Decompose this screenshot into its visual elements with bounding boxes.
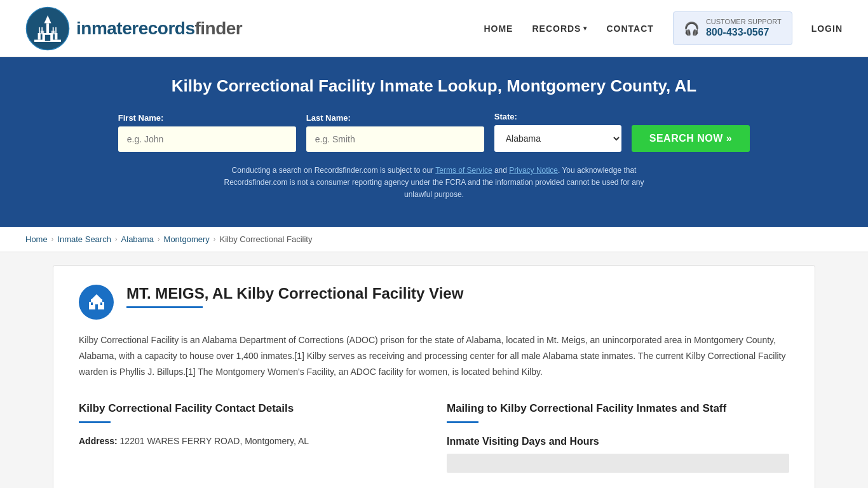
breadcrumb-current: Kilby Correctional Facility: [219, 234, 312, 244]
breadcrumb: Home › Inmate Search › Alabama › Montgom…: [25, 234, 843, 244]
svg-rect-18: [95, 304, 98, 309]
state-select[interactable]: Alabama Alaska Arizona: [494, 125, 621, 152]
site-header: inmaterecordsfinder HOME RECORDS ▾ CONTA…: [0, 0, 868, 57]
terms-link[interactable]: Terms of Service: [435, 166, 492, 175]
svg-rect-4: [46, 23, 49, 32]
support-number: 800-433-0567: [706, 26, 782, 39]
title-underline: [126, 306, 203, 308]
address-row: Address: 12201 WARES FERRY ROAD, Montgom…: [79, 436, 421, 446]
mailing-section: Mailing to Kilby Correctional Facility I…: [447, 402, 789, 473]
facility-building-icon: [88, 293, 105, 311]
nav-login[interactable]: LOGIN: [811, 24, 843, 34]
visiting-content-placeholder: [447, 454, 789, 473]
last-name-input[interactable]: [306, 126, 484, 152]
logo-icon: [25, 6, 70, 51]
mailing-underline: [447, 421, 478, 423]
nav-home[interactable]: HOME: [484, 24, 513, 34]
svg-rect-19: [91, 302, 93, 305]
svg-rect-20: [100, 302, 102, 305]
support-label: CUSTOMER SUPPORT: [706, 17, 782, 26]
breadcrumb-sep-3: ›: [158, 235, 160, 243]
facility-icon-circle: [79, 285, 114, 320]
first-name-label: First Name:: [118, 113, 296, 123]
state-label: State:: [494, 112, 621, 121]
contact-section: Kilby Correctional Facility Contact Deta…: [79, 402, 421, 473]
last-name-label: Last Name:: [306, 113, 484, 123]
svg-rect-6: [55, 33, 57, 40]
breadcrumb-inmate-search[interactable]: Inmate Search: [57, 234, 111, 244]
svg-rect-13: [55, 27, 57, 32]
facility-title: MT. MEIGS, AL Kilby Correctional Facilit…: [126, 285, 463, 302]
breadcrumb-sep-4: ›: [214, 235, 216, 243]
svg-rect-11: [41, 27, 43, 32]
visiting-title: Inmate Visiting Days and Hours: [447, 436, 789, 447]
headset-icon: 🎧: [684, 21, 700, 36]
contact-section-title: Kilby Correctional Facility Contact Deta…: [79, 402, 421, 415]
breadcrumb-sep-2: ›: [115, 235, 118, 243]
chevron-down-icon: ▾: [583, 25, 587, 32]
content-card: MT. MEIGS, AL Kilby Correctional Facilit…: [53, 265, 815, 488]
main-content: MT. MEIGS, AL Kilby Correctional Facilit…: [27, 265, 841, 488]
svg-rect-10: [39, 27, 40, 32]
address-label: Address:: [79, 436, 118, 446]
state-group: State: Alabama Alaska Arizona: [494, 112, 621, 152]
search-button[interactable]: SEARCH NOW »: [632, 125, 750, 152]
disclaimer-text: Conducting a search on Recordsfinder.com…: [212, 165, 656, 201]
hero-banner: Kilby Correctional Facility Inmate Looku…: [0, 57, 868, 227]
breadcrumb-sep-1: ›: [51, 235, 54, 243]
nav-contact[interactable]: CONTACT: [606, 24, 653, 34]
hero-title: Kilby Correctional Facility Inmate Looku…: [25, 76, 843, 96]
svg-rect-5: [38, 33, 41, 40]
nav-records[interactable]: RECORDS ▾: [532, 24, 587, 34]
contact-underline: [79, 421, 111, 423]
breadcrumb-bar: Home › Inmate Search › Alabama › Montgom…: [0, 227, 868, 252]
svg-marker-17: [92, 294, 102, 299]
svg-rect-12: [53, 27, 54, 32]
breadcrumb-montgomery[interactable]: Montgomery: [164, 234, 210, 244]
facility-header: MT. MEIGS, AL Kilby Correctional Facilit…: [79, 285, 789, 320]
facility-description: Kilby Correctional Facility is an Alabam…: [79, 332, 789, 381]
two-column-section: Kilby Correctional Facility Contact Deta…: [79, 402, 789, 473]
customer-support-box[interactable]: 🎧 CUSTOMER SUPPORT 800-433-0567: [673, 11, 792, 45]
svg-rect-9: [45, 34, 50, 41]
breadcrumb-alabama[interactable]: Alabama: [121, 234, 154, 244]
first-name-input[interactable]: [118, 126, 296, 152]
first-name-group: First Name:: [118, 113, 296, 152]
privacy-link[interactable]: Privacy Notice: [509, 166, 558, 175]
logo-text: inmaterecordsfinder: [76, 18, 242, 39]
facility-title-block: MT. MEIGS, AL Kilby Correctional Facilit…: [126, 285, 463, 308]
mailing-section-title: Mailing to Kilby Correctional Facility I…: [447, 402, 789, 415]
main-nav: HOME RECORDS ▾ CONTACT 🎧 CUSTOMER SUPPOR…: [484, 11, 843, 45]
search-form: First Name: Last Name: State: Alabama Al…: [25, 112, 843, 152]
logo[interactable]: inmaterecordsfinder: [25, 6, 242, 51]
last-name-group: Last Name:: [306, 113, 484, 152]
address-text: 12201 WARES FERRY ROAD, Montgomery, AL: [120, 436, 309, 446]
breadcrumb-home[interactable]: Home: [25, 234, 48, 244]
